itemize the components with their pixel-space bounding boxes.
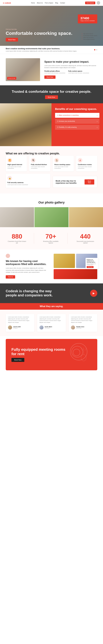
gallery-img-3 [69,207,103,227]
space-section: Drop in & see Space to make your greates… [0,54,103,85]
video-play-button[interactable]: ▶ [90,290,97,297]
dot-inactive[interactable] [96,49,97,50]
cool-img-wrapper: Explore our conference & meeting spaces … [76,254,97,268]
feature-2: Comfortable flexible spaces [81,35,97,36]
testimonial-author-1: Jacob smith Designer [8,326,32,330]
hero-eyebrow: Find your best idea [6,28,72,30]
gallery-img-1 [0,207,34,227]
cta-title: Fully equipped meeting rooms for rent [12,347,68,356]
logo: ● codesk [3,2,11,4]
author-role-1: Designer [13,328,21,329]
offering-name-5: Full security cameras [8,182,49,183]
conference-icon: 🖨 [78,158,82,162]
nav-link-blog[interactable]: Blog [55,2,58,4]
nav-link-about[interactable]: About Us [37,2,43,4]
navbar: ● codesk Home About Us Find a Space Blog… [0,0,103,6]
cta-book-button[interactable]: Book Now [12,358,24,362]
testimonial-text-2: Lorem ipsum dolor sit amet, consectetuer… [40,316,63,324]
cta-banner: Fully equipped meeting rooms for rent Bo… [6,339,97,370]
book-tour-card: Book a free day tour to experience our b… [53,176,97,188]
internet-icon: 📶 [8,158,12,162]
kitchen-icon: 🍳 [31,158,36,162]
offering-desc-2: Lorem ipsum dolor sit amet consectetuer [31,166,49,169]
space-feature-2: Fully custom spaces Lorem ipsum dolor si… [68,70,89,74]
stat-label-1: Coworkers found their dream job [7,240,27,244]
hero-bar: Best creative working environments that … [0,46,103,54]
hero-title: Comfortable coworking space. [6,31,72,36]
cool-title: We known for having cool workspaces fill… [6,260,49,266]
offerings-section: What we are offering to creative people.… [0,146,103,194]
cool-card-button[interactable]: Book Now [87,266,93,268]
benefit-item-1[interactable]: 1. Make connections in coworking › [55,113,99,118]
svg-point-0 [81,354,86,361]
cool-card-overlay: Explore our conference & meeting spaces … [85,258,98,269]
stat-item-3: 440 Successful new businesses started [68,233,103,244]
benefits-image [0,103,52,146]
offering-name-4: Conference rooms [78,164,95,166]
benefit-item-3[interactable]: 3. Flexibility, it's really amazing › [55,125,99,130]
hero-bar-desc: Lorem ipsum dolor sit amet, consectetuer… [6,50,88,52]
book-tour-text: Book a free day tour to experience our b… [56,180,84,184]
offering-name-3: Hours meeting space [54,164,72,166]
nav-links: Home About Us Find a Space Blog Contact [31,2,65,4]
trusted-book-button[interactable]: Book Now [45,95,58,99]
space-book-button[interactable]: Book Now [44,76,55,79]
nav-link-contact[interactable]: Contact [60,2,65,4]
benefit-item-2[interactable]: 2. Increase your productivity › [55,119,99,124]
cta-left: Fully equipped meeting rooms for rent Bo… [12,347,68,362]
offering-card-1: 📶 High speed internet Lorem ipsum dolor … [6,156,27,172]
nav-link-home[interactable]: Home [31,2,35,4]
testimonial-author-3: Tawaka steve Marketing [71,326,95,330]
offering-desc-3: Lorem ipsum dolor sit amet consectetuer [54,166,72,169]
testimonials-section: Lorem ipsum dolor sit amet, consectetuer… [0,310,103,336]
offering-card-2: 🍳 Fully stocked kitchen Lorem ipsum dolo… [29,156,50,172]
cta-right [68,344,91,364]
testimonial-author-2: Sarah albert Developer [40,326,63,330]
space-desc: Lorem ipsum dolor sit amet, consectetuer… [44,65,97,69]
author-name-3: Tawaka steve [76,326,84,328]
hero-book-button[interactable]: Book Now [6,38,18,42]
space-img-overlay[interactable]: Drop in & see [7,77,16,80]
stat-num-1: 880 [7,233,27,240]
offering-desc-5: Lorem ipsum dolor sit amet consectetuer [8,184,49,186]
stat-item-2: 70+ Amazing office available spaces [34,233,68,244]
security-icon: 🔒 [8,176,12,180]
cool-img-1 [54,254,75,268]
cool-desc: Lorem ipsum dolor sit amet, consectetuer… [6,267,49,273]
hand-illustration [77,346,90,362]
offerings-title: What we are offering to creative people. [6,152,97,155]
cool-card-sub: Rent a conference & meeting space [87,263,97,265]
testimonial-card-1: Lorem ipsum dolor sit amet, consectetuer… [6,314,34,332]
cool-accent [6,254,10,258]
book-tour-button[interactable]: Book Now [84,179,94,184]
offering-card-4: 🖨 Conference rooms Lorem ipsum dolor sit… [76,156,97,172]
offerings-grid: 📶 High speed internet Lorem ipsum dolor … [6,156,97,172]
stat-label-3: Successful new businesses started [75,240,96,244]
hero-features: High speed internet Comfortable flexible… [81,33,97,40]
benefit-arrow-1: › [97,114,97,116]
get-started-button[interactable]: Get Started [85,2,95,4]
benefits-section: Benefits of our coworking spaces. 1. Mak… [0,103,103,146]
stat-label-2: Amazing office available spaces [41,240,60,244]
avatar-2 [40,326,44,330]
video-title: Codesk is changing the way people and co… [6,289,54,298]
cool-find-button[interactable]: Find Us [6,275,15,278]
cta-wrapper: Fully equipped meeting rooms for rent Bo… [0,336,103,378]
benefits-title: Benefits of our coworking spaces. [55,108,99,110]
stats-section: 880 Coworkers found their dream job 70+ … [0,227,103,250]
author-role-3: Marketing [76,328,84,329]
cool-right: Explore our conference & meeting spaces … [54,254,97,279]
gallery-section: Our photo gallery [0,194,103,227]
dot-active[interactable] [94,49,95,50]
feature-1: High speed internet [81,33,97,34]
svg-line-2 [81,348,82,350]
stat-number: 37400 [80,16,95,20]
video-section: Codesk is changing the way people and co… [0,284,103,303]
nav-link-find[interactable]: Find a Space [45,2,53,4]
testimonials-header: What they are saying. [0,303,103,310]
trusted-banner: Trusted & comfortable space for creative… [0,85,103,103]
nav-actions: Get Started [85,1,100,4]
offering-card-5: 🔒 Full security cameras Lorem ipsum dolo… [6,174,50,188]
hero-pagination [94,49,97,50]
stat-num-3: 440 [75,233,96,240]
